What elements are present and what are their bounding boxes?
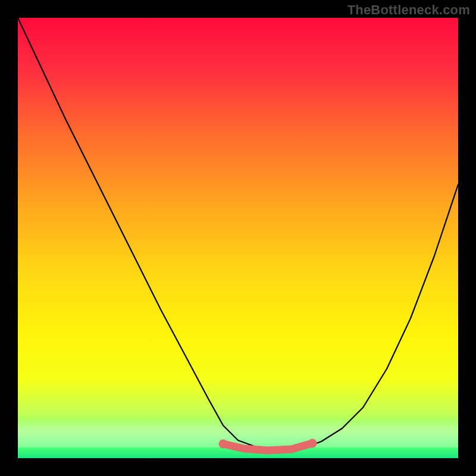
curve-layer xyxy=(18,18,458,458)
watermark-label: TheBottleneck.com xyxy=(347,2,470,18)
valley-highlight-dot xyxy=(308,439,317,448)
bottleneck-curve xyxy=(18,18,458,449)
valley-highlight xyxy=(223,443,312,450)
chart-container: TheBottleneck.com xyxy=(0,0,476,476)
valley-highlight-dot xyxy=(219,440,228,449)
plot-area xyxy=(18,18,458,458)
